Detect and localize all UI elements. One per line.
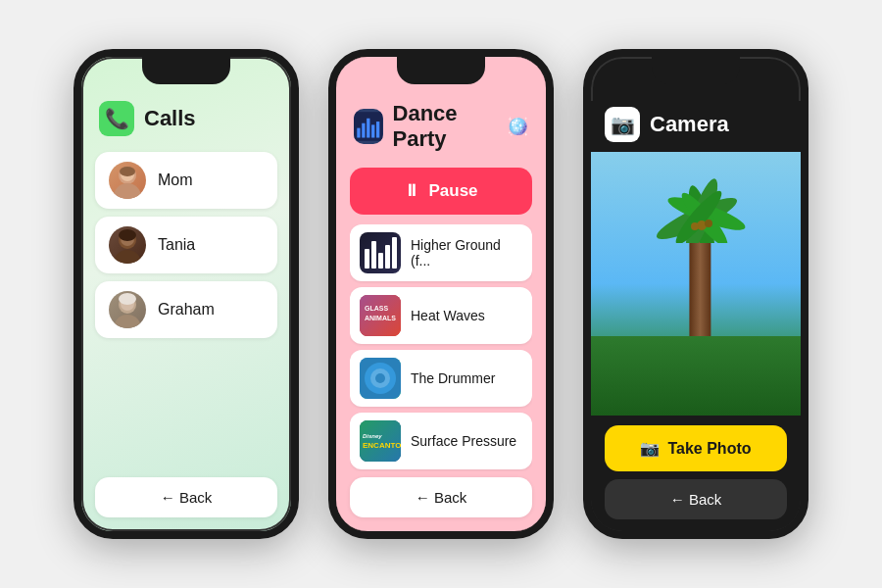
contact-mom[interactable]: Mom [95, 152, 277, 209]
avatar-tania [109, 226, 146, 264]
contact-tania-name: Tania [158, 236, 195, 254]
svg-point-42 [705, 220, 712, 227]
svg-point-3 [120, 167, 135, 176]
svg-point-8 [114, 315, 141, 328]
dance-title: Dance Party [393, 101, 495, 152]
svg-point-43 [691, 222, 699, 230]
contact-graham-name: Graham [158, 301, 215, 318]
svg-rect-14 [362, 123, 365, 138]
pause-icon: ⏸ [404, 181, 420, 201]
palm-crown [648, 165, 765, 247]
thumb-drummer [360, 358, 401, 399]
pause-label: Pause [428, 181, 477, 201]
track-list: Higher Ground (f... GLASS ANIMALS Heat W… [350, 224, 532, 471]
camera-bottom: 📷 Take Photo ← Back [591, 416, 801, 531]
track-heat-waves-name: Heat Waves [411, 308, 485, 323]
svg-rect-16 [371, 124, 374, 137]
track-higher-ground[interactable]: Higher Ground (f... [350, 224, 532, 281]
svg-rect-17 [376, 122, 379, 137]
track-surface-pressure-name: Surface Pressure [411, 433, 516, 449]
track-heat-waves[interactable]: GLASS ANIMALS Heat Waves [350, 287, 532, 344]
camera-header: 📷 Camera [591, 101, 801, 152]
svg-text:Disney: Disney [363, 433, 382, 439]
dance-header: Dance Party 🪩 [350, 101, 532, 152]
camera-viewfinder [591, 152, 801, 416]
take-photo-button[interactable]: 📷 Take Photo [605, 425, 787, 471]
calls-title: Calls [144, 106, 196, 131]
track-surface-pressure[interactable]: Disney ENCANTO Surface Pressure [350, 413, 532, 469]
camera-icon: 📷 [605, 107, 640, 142]
thumb-encanto: Disney ENCANTO [360, 420, 401, 462]
camera-title: Camera [650, 112, 729, 137]
svg-text:GLASS: GLASS [365, 305, 388, 312]
take-photo-label: Take Photo [667, 440, 751, 458]
dance-back-button[interactable]: ← Back [350, 477, 532, 517]
svg-point-4 [114, 250, 141, 264]
calls-header: 📞 Calls [95, 101, 277, 136]
svg-point-25 [375, 373, 385, 383]
phone-dance: Dance Party 🪩 ⏸ Pause Higher Groun [328, 49, 554, 539]
svg-rect-15 [367, 119, 369, 138]
contact-tania[interactable]: Tania [95, 217, 277, 273]
track-drummer[interactable]: The Drummer [350, 350, 532, 407]
svg-point-1 [114, 183, 141, 199]
ground [591, 336, 801, 416]
camera-back-button[interactable]: ← Back [605, 479, 787, 519]
thumb-heat-waves: GLASS ANIMALS [360, 295, 401, 336]
svg-text:ENCANTO: ENCANTO [363, 441, 401, 450]
contact-list: Mom Tania [95, 152, 277, 469]
camera-btn-icon: 📷 [640, 439, 660, 458]
track-drummer-name: The Drummer [411, 370, 495, 386]
svg-rect-13 [357, 128, 360, 138]
contact-graham[interactable]: Graham [95, 281, 277, 338]
contact-mom-name: Mom [158, 172, 193, 189]
dance-icon [354, 109, 383, 144]
svg-text:ANIMALS: ANIMALS [365, 315, 396, 321]
calls-back-button[interactable]: ← Back [95, 477, 277, 517]
avatar-mom [109, 162, 146, 199]
svg-point-7 [119, 229, 136, 241]
phone-camera: 📷 Camera [583, 49, 808, 539]
svg-point-11 [119, 293, 136, 305]
disco-emoji: 🪩 [507, 116, 528, 137]
avatar-graham [109, 291, 146, 328]
palm-scene [591, 152, 801, 416]
phone-calls: 📞 Calls Mom [74, 49, 299, 539]
calls-icon: 📞 [99, 101, 134, 136]
pause-button[interactable]: ⏸ Pause [350, 168, 532, 215]
thumb-higher-ground [360, 232, 401, 273]
track-higher-ground-name: Higher Ground (f... [411, 237, 522, 269]
